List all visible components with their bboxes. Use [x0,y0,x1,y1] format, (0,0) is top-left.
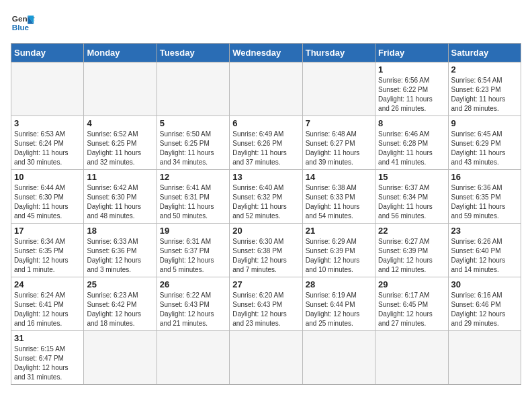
calendar-day-cell: 29Sunrise: 6:17 AM Sunset: 6:45 PM Dayli… [375,277,448,331]
day-info: Sunrise: 6:16 AM Sunset: 6:46 PM Dayligh… [451,291,518,328]
calendar-day-cell: 11Sunrise: 6:42 AM Sunset: 6:30 PM Dayli… [84,170,157,224]
day-info: Sunrise: 6:19 AM Sunset: 6:44 PM Dayligh… [306,291,372,328]
day-number: 18 [87,226,153,236]
calendar-day-cell: 10Sunrise: 6:44 AM Sunset: 6:30 PM Dayli… [11,170,84,224]
day-number: 3 [14,118,81,128]
day-info: Sunrise: 6:53 AM Sunset: 6:24 PM Dayligh… [14,130,81,167]
day-info: Sunrise: 6:24 AM Sunset: 6:41 PM Dayligh… [14,291,81,328]
calendar-week-row: 1Sunrise: 6:56 AM Sunset: 6:22 PM Daylig… [11,62,521,116]
calendar-day-cell: 4Sunrise: 6:52 AM Sunset: 6:25 PM Daylig… [84,116,157,170]
day-number: 8 [378,118,445,128]
logo: General Blue [11,11,35,35]
calendar-week-row: 3Sunrise: 6:53 AM Sunset: 6:24 PM Daylig… [11,116,521,170]
day-number: 25 [87,279,153,289]
day-info: Sunrise: 6:42 AM Sunset: 6:30 PM Dayligh… [87,183,153,221]
calendar-day-cell: 27Sunrise: 6:20 AM Sunset: 6:43 PM Dayli… [230,277,302,331]
day-number: 22 [378,226,445,236]
day-number: 9 [451,118,518,128]
day-info: Sunrise: 6:54 AM Sunset: 6:23 PM Dayligh… [451,76,518,113]
day-number: 17 [14,226,81,236]
day-info: Sunrise: 6:34 AM Sunset: 6:35 PM Dayligh… [14,237,81,275]
day-info: Sunrise: 6:29 AM Sunset: 6:39 PM Dayligh… [306,237,372,275]
day-number: 30 [451,279,518,289]
calendar-day-cell: 22Sunrise: 6:27 AM Sunset: 6:39 PM Dayli… [375,224,448,277]
day-info: Sunrise: 6:37 AM Sunset: 6:34 PM Dayligh… [378,183,445,221]
calendar-day-cell: 31Sunrise: 6:15 AM Sunset: 6:47 PM Dayli… [11,331,84,385]
calendar-day-cell [302,62,375,116]
day-info: Sunrise: 6:30 AM Sunset: 6:38 PM Dayligh… [232,237,299,275]
day-number: 26 [160,279,226,289]
day-number: 15 [378,172,445,182]
day-number: 1 [378,64,445,75]
weekday-header-row: SundayMondayTuesdayWednesdayThursdayFrid… [11,44,521,62]
calendar-table: SundayMondayTuesdayWednesdayThursdayFrid… [11,43,521,385]
weekday-header-monday: Monday [84,44,157,62]
day-info: Sunrise: 6:23 AM Sunset: 6:42 PM Dayligh… [87,291,153,328]
day-number: 21 [306,226,372,236]
day-info: Sunrise: 6:46 AM Sunset: 6:28 PM Dayligh… [378,130,445,167]
calendar-day-cell [448,331,521,385]
calendar-day-cell [230,62,302,116]
weekday-header-friday: Friday [375,44,448,62]
calendar-day-cell: 13Sunrise: 6:40 AM Sunset: 6:32 PM Dayli… [230,170,302,224]
calendar-day-cell: 16Sunrise: 6:36 AM Sunset: 6:35 PM Dayli… [448,170,521,224]
day-info: Sunrise: 6:20 AM Sunset: 6:43 PM Dayligh… [232,291,299,328]
day-number: 28 [306,279,372,289]
calendar-day-cell: 5Sunrise: 6:50 AM Sunset: 6:25 PM Daylig… [157,116,229,170]
day-info: Sunrise: 6:22 AM Sunset: 6:43 PM Dayligh… [160,291,226,328]
day-number: 6 [232,118,299,128]
day-info: Sunrise: 6:38 AM Sunset: 6:33 PM Dayligh… [306,183,372,221]
calendar-day-cell: 30Sunrise: 6:16 AM Sunset: 6:46 PM Dayli… [448,277,521,331]
calendar-day-cell: 9Sunrise: 6:45 AM Sunset: 6:29 PM Daylig… [448,116,521,170]
day-info: Sunrise: 6:44 AM Sunset: 6:30 PM Dayligh… [14,183,81,221]
day-info: Sunrise: 6:40 AM Sunset: 6:32 PM Dayligh… [232,183,299,221]
calendar-week-row: 24Sunrise: 6:24 AM Sunset: 6:41 PM Dayli… [11,277,521,331]
calendar-day-cell: 6Sunrise: 6:49 AM Sunset: 6:26 PM Daylig… [230,116,302,170]
day-number: 29 [378,279,445,289]
day-info: Sunrise: 6:17 AM Sunset: 6:45 PM Dayligh… [378,291,445,328]
day-info: Sunrise: 6:33 AM Sunset: 6:36 PM Dayligh… [87,237,153,275]
day-info: Sunrise: 6:49 AM Sunset: 6:26 PM Dayligh… [232,130,299,167]
calendar-day-cell: 23Sunrise: 6:26 AM Sunset: 6:40 PM Dayli… [448,224,521,277]
calendar-day-cell: 12Sunrise: 6:41 AM Sunset: 6:31 PM Dayli… [157,170,229,224]
day-info: Sunrise: 6:50 AM Sunset: 6:25 PM Dayligh… [160,130,226,167]
day-info: Sunrise: 6:45 AM Sunset: 6:29 PM Dayligh… [451,130,518,167]
calendar-day-cell [302,331,375,385]
day-number: 10 [14,172,81,182]
weekday-header-saturday: Saturday [448,44,521,62]
day-number: 23 [451,226,518,236]
calendar-day-cell: 26Sunrise: 6:22 AM Sunset: 6:43 PM Dayli… [157,277,229,331]
calendar-day-cell: 19Sunrise: 6:31 AM Sunset: 6:37 PM Dayli… [157,224,229,277]
day-number: 4 [87,118,153,128]
calendar-day-cell: 18Sunrise: 6:33 AM Sunset: 6:36 PM Dayli… [84,224,157,277]
day-number: 24 [14,279,81,289]
calendar-day-cell: 21Sunrise: 6:29 AM Sunset: 6:39 PM Dayli… [302,224,375,277]
day-info: Sunrise: 6:41 AM Sunset: 6:31 PM Dayligh… [160,183,226,221]
day-number: 11 [87,172,153,182]
calendar-day-cell: 25Sunrise: 6:23 AM Sunset: 6:42 PM Dayli… [84,277,157,331]
day-info: Sunrise: 6:27 AM Sunset: 6:39 PM Dayligh… [378,237,445,275]
calendar-day-cell: 7Sunrise: 6:48 AM Sunset: 6:27 PM Daylig… [302,116,375,170]
calendar-week-row: 10Sunrise: 6:44 AM Sunset: 6:30 PM Dayli… [11,170,521,224]
calendar-day-cell [157,62,229,116]
calendar-week-row: 17Sunrise: 6:34 AM Sunset: 6:35 PM Dayli… [11,224,521,277]
day-number: 16 [451,172,518,182]
calendar-day-cell: 8Sunrise: 6:46 AM Sunset: 6:28 PM Daylig… [375,116,448,170]
day-info: Sunrise: 6:48 AM Sunset: 6:27 PM Dayligh… [306,130,372,167]
calendar-day-cell [84,331,157,385]
day-number: 19 [160,226,226,236]
day-info: Sunrise: 6:31 AM Sunset: 6:37 PM Dayligh… [160,237,226,275]
weekday-header-tuesday: Tuesday [157,44,229,62]
calendar-day-cell: 3Sunrise: 6:53 AM Sunset: 6:24 PM Daylig… [11,116,84,170]
day-info: Sunrise: 6:52 AM Sunset: 6:25 PM Dayligh… [87,130,153,167]
generalblue-logo-icon: General Blue [11,11,35,35]
calendar-day-cell: 2Sunrise: 6:54 AM Sunset: 6:23 PM Daylig… [448,62,521,116]
calendar-day-cell [11,62,84,116]
calendar-day-cell: 15Sunrise: 6:37 AM Sunset: 6:34 PM Dayli… [375,170,448,224]
calendar-day-cell: 20Sunrise: 6:30 AM Sunset: 6:38 PM Dayli… [230,224,302,277]
day-number: 13 [232,172,299,182]
weekday-header-sunday: Sunday [11,44,84,62]
day-number: 5 [160,118,226,128]
page-header: General Blue [11,11,521,35]
calendar-day-cell [375,331,448,385]
